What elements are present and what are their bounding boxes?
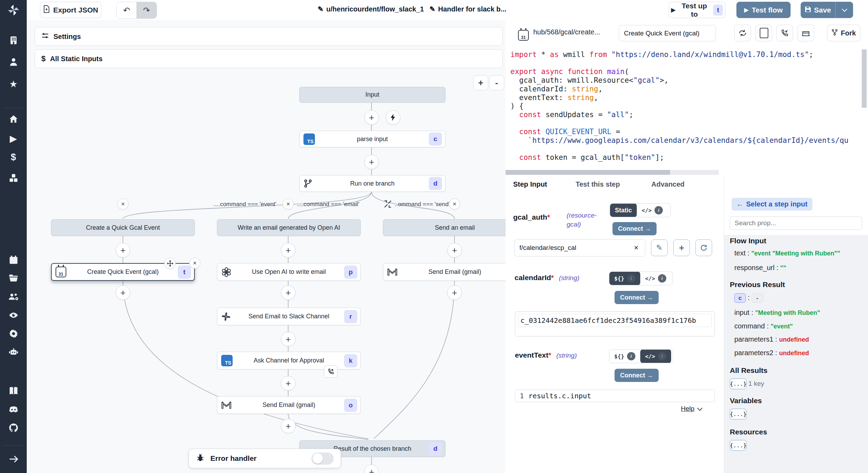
- split-arrows-icon[interactable]: [383, 199, 393, 210]
- eye-icon[interactable]: [0, 310, 27, 320]
- code-vscrollbar[interactable]: [862, 49, 867, 108]
- resources-expand[interactable]: {...}: [730, 440, 746, 451]
- static-mode-segment[interactable]: Static: [610, 203, 637, 217]
- add-step-button[interactable]: +: [364, 110, 379, 125]
- trigger-bolt-button[interactable]: [386, 110, 400, 125]
- save-button[interactable]: Save: [801, 2, 836, 18]
- book-icon[interactable]: [0, 386, 27, 396]
- variables-expand[interactable]: {...}: [730, 409, 746, 419]
- info-icon[interactable]: i: [658, 352, 666, 360]
- add-step-button[interactable]: +: [281, 243, 295, 258]
- info-icon[interactable]: i: [654, 206, 663, 214]
- branch-header-2[interactable]: Write an email generated by Open AI: [217, 219, 361, 236]
- home-icon[interactable]: [0, 114, 27, 124]
- code-mode-segment[interactable]: </>i: [640, 349, 671, 363]
- save-dropdown-button[interactable]: [836, 2, 853, 18]
- cubes-icon[interactable]: [0, 173, 27, 183]
- calendarid-value-input[interactable]: [518, 314, 712, 327]
- step-summary-input[interactable]: [619, 25, 716, 41]
- test-up-to-button[interactable]: ▶ Test up to t: [669, 2, 725, 18]
- prop-row-result-key[interactable]: c : -: [734, 293, 763, 303]
- prop-row-parameters1[interactable]: parameters1 : undefined: [734, 335, 809, 343]
- info-icon[interactable]: i: [658, 274, 666, 283]
- edit-resource-button[interactable]: ✎: [651, 239, 668, 256]
- node-input[interactable]: Input: [299, 87, 445, 103]
- prop-row-parameters2[interactable]: parameters2 : undefined: [734, 349, 809, 357]
- test-flow-button[interactable]: ▶ Test flow: [736, 2, 791, 18]
- flag-icon-button[interactable]: [798, 25, 814, 41]
- template-mode-segment[interactable]: ${}i: [609, 349, 640, 363]
- prop-row-response-url[interactable]: response_url : "": [734, 264, 786, 272]
- clear-resource-icon[interactable]: ×: [634, 243, 639, 252]
- robot-icon[interactable]: [0, 346, 27, 357]
- node-send-email-slack[interactable]: Send Email to Slack Channel r: [217, 308, 361, 325]
- export-json-button[interactable]: Export JSON: [40, 2, 101, 18]
- template-mode-segment[interactable]: ${}i: [609, 271, 640, 285]
- brace-button[interactable]: {...}: [730, 440, 746, 451]
- eventtext-expr-editor[interactable]: 1 results.c.input: [515, 390, 715, 402]
- result-key-badge[interactable]: c: [734, 293, 746, 303]
- folder-icon[interactable]: [0, 273, 27, 283]
- user-icon[interactable]: [0, 57, 27, 67]
- github-icon[interactable]: [0, 423, 27, 433]
- code-hscrollbar[interactable]: [506, 170, 719, 175]
- gear-icon[interactable]: [0, 328, 27, 339]
- dollar-icon[interactable]: $: [0, 152, 27, 162]
- code-mode-segment[interactable]: </>i: [640, 271, 671, 285]
- move-step-handle[interactable]: [164, 258, 176, 269]
- code-editor[interactable]: import * as wmill from "https://deno.lan…: [506, 47, 868, 176]
- branch-header-1[interactable]: Create a Quick Gcal Event: [51, 219, 195, 236]
- node-ask-channel-approval[interactable]: TS Ask Channel for Approval k: [217, 352, 361, 369]
- add-step-button[interactable]: +: [281, 285, 295, 300]
- building-icon[interactable]: [0, 35, 27, 46]
- delete-step-button[interactable]: ×: [189, 258, 200, 269]
- prop-row-text[interactable]: text : "event "Meeting with Ruben"": [734, 249, 840, 257]
- zoom-in-button[interactable]: +: [473, 75, 488, 90]
- add-resource-button[interactable]: +: [673, 239, 690, 256]
- code-mode-segment[interactable]: </>i: [637, 203, 668, 217]
- error-handler-toggle[interactable]: [311, 452, 334, 465]
- fork-button[interactable]: Fork: [827, 25, 860, 41]
- tab-advanced[interactable]: Advanced: [651, 176, 685, 193]
- flow-summary-crumb[interactable]: ✎ Handler for slack b...: [429, 5, 507, 13]
- node-run-one-branch[interactable]: Run one branch d: [299, 175, 445, 192]
- node-use-openai[interactable]: Use Open AI to write email p: [217, 263, 361, 281]
- add-step-button[interactable]: +: [281, 332, 295, 346]
- add-step-button[interactable]: +: [364, 155, 379, 169]
- search-prop-input[interactable]: [730, 217, 862, 230]
- calendarid-input-mode-toggle[interactable]: ${}i </>i: [609, 271, 673, 285]
- refresh-resource-button[interactable]: [695, 239, 712, 256]
- add-step-button[interactable]: +: [116, 285, 130, 300]
- add-step-button[interactable]: +: [281, 376, 295, 391]
- select-step-input-button[interactable]: ← Select a step input: [732, 198, 812, 211]
- eventtext-input-mode-toggle[interactable]: ${}i </>i: [609, 349, 673, 363]
- add-step-button[interactable]: +: [116, 243, 130, 258]
- prop-row-input[interactable]: input : "Meeting with Ruben": [734, 309, 820, 317]
- discord-icon[interactable]: [0, 404, 27, 415]
- brace-button[interactable]: {...}: [730, 378, 746, 389]
- info-icon[interactable]: i: [627, 274, 635, 283]
- add-step-button[interactable]: +: [281, 419, 295, 433]
- windmill-logo-icon[interactable]: [0, 3, 27, 17]
- eventtext-connect-button[interactable]: Connect →: [615, 369, 659, 382]
- brace-button[interactable]: {...}: [730, 409, 746, 419]
- gcal-auth-connect-button[interactable]: Connect →: [612, 222, 657, 235]
- tab-test-this-step[interactable]: Test this step: [576, 176, 620, 193]
- delete-branch-button[interactable]: ×: [283, 198, 294, 210]
- undo-button[interactable]: ↶: [117, 2, 136, 18]
- tab-step-input[interactable]: Step Input: [513, 176, 547, 194]
- split-view-icon-button[interactable]: [756, 25, 772, 41]
- gcal-auth-input-mode-toggle[interactable]: Static </>i: [610, 203, 671, 217]
- branch-header-3[interactable]: Send an email: [383, 219, 506, 236]
- resource-path-input[interactable]: [514, 239, 645, 256]
- info-icon[interactable]: i: [627, 352, 635, 360]
- prop-row-command[interactable]: command : "event": [734, 322, 793, 330]
- zoom-out-button[interactable]: -: [489, 75, 504, 90]
- delete-branch-button[interactable]: ×: [117, 198, 128, 210]
- phone-incoming-icon-button[interactable]: [776, 25, 793, 41]
- help-link[interactable]: Help: [681, 405, 702, 413]
- redo-button[interactable]: ↷: [136, 2, 157, 18]
- play-icon[interactable]: ▶: [0, 133, 27, 144]
- flow-settings-bar[interactable]: Settings: [35, 27, 503, 46]
- refresh-icon-button[interactable]: [734, 25, 751, 41]
